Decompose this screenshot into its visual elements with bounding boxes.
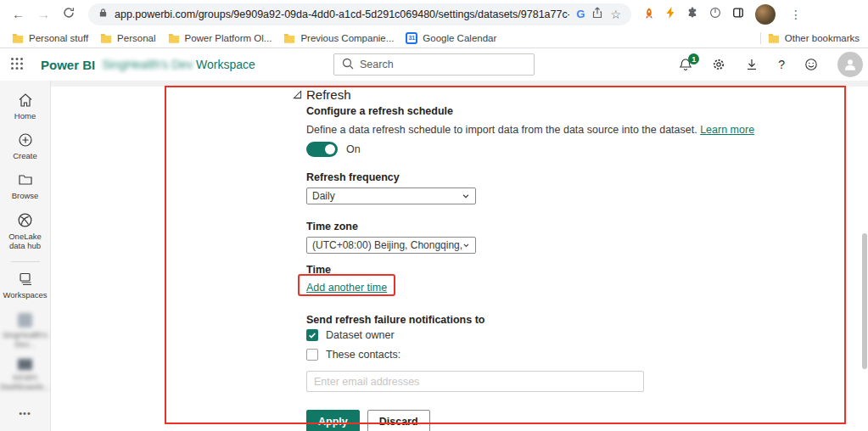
toggle-state-label: On: [346, 143, 361, 155]
left-nav: Home Create Browse OneLake data hub Work…: [0, 81, 51, 431]
folder-icon: [768, 32, 780, 43]
bookmark-personal-stuff[interactable]: Personal stuff: [12, 32, 88, 43]
vertical-scrollbar[interactable]: [862, 233, 867, 369]
reload-icon[interactable]: [63, 7, 75, 21]
workspace-name: SingHealth's Dev Workspace: [102, 58, 255, 71]
plus-circle-icon: [17, 132, 34, 148]
bookmarks-divider: [760, 32, 761, 44]
notification-badge: 1: [688, 53, 699, 64]
discard-button[interactable]: Discard: [367, 410, 430, 431]
address-bar[interactable]: app.powerbi.com/groups/9e909a92-09da-4dd…: [88, 3, 631, 25]
bookmark-power-platform[interactable]: Power Platform Ol...: [168, 32, 272, 43]
chevron-down-icon: [462, 241, 470, 249]
account-avatar[interactable]: [837, 52, 863, 77]
browser-profile-avatar[interactable]: [755, 4, 776, 25]
workspace-logo: [18, 359, 32, 370]
folder-icon: [12, 32, 24, 43]
refresh-description: Define a data refresh schedule to import…: [306, 124, 754, 136]
learn-more-link[interactable]: Learn more: [700, 124, 754, 136]
search-icon: [342, 58, 354, 72]
refresh-toggle[interactable]: [306, 142, 338, 157]
settings-gear-icon[interactable]: [712, 58, 725, 71]
folder-icon: [283, 32, 295, 43]
timezone-label: Time zone: [306, 221, 358, 232]
help-icon[interactable]: ?: [778, 58, 785, 71]
browser-toolbar: ← → app.powerbi.com/groups/9e909a92-09da…: [0, 0, 868, 28]
bookmark-previous-companies[interactable]: Previous Companie...: [283, 32, 394, 43]
url-text[interactable]: app.powerbi.com/groups/9e909a92-09da-4dd…: [115, 8, 569, 20]
powerbi-header: Power BI SingHealth's Dev Workspace 1 ?: [0, 48, 868, 81]
refresh-section-header[interactable]: Refresh: [293, 87, 351, 102]
search-input[interactable]: [360, 59, 526, 70]
bookmark-star-icon[interactable]: ☆: [610, 8, 621, 21]
nav-pinned-workspace-2[interactable]: KKWH Dashboards...: [1, 359, 50, 391]
notifications-label: Send refresh failure notifications to: [306, 314, 484, 326]
these-contacts-checkbox[interactable]: [306, 349, 318, 361]
sidepanel-icon[interactable]: [732, 7, 744, 21]
person-icon: [843, 57, 858, 72]
email-addresses-input[interactable]: [306, 371, 644, 392]
dataset-owner-checkbox[interactable]: [306, 329, 318, 341]
folder-icon: [17, 171, 34, 188]
google-icon[interactable]: G: [576, 8, 585, 20]
lock-icon: [98, 8, 108, 20]
puzzle-extensions-icon[interactable]: [686, 7, 698, 21]
bookmark-personal[interactable]: Personal: [100, 32, 155, 43]
frequency-select[interactable]: Daily: [306, 188, 476, 204]
nav-create[interactable]: Create: [1, 132, 50, 160]
collapse-triangle-icon: [293, 90, 302, 99]
timezone-select[interactable]: (UTC+08:00) Beijing, Chongqing, Hor: [306, 237, 476, 254]
frequency-label: Refresh frequency: [306, 171, 400, 183]
toggle-knob: [325, 144, 335, 154]
google-calendar-icon: 31: [406, 32, 417, 44]
home-icon: [17, 92, 34, 109]
other-bookmarks[interactable]: Other bookmarks: [768, 32, 860, 43]
download-icon[interactable]: [745, 58, 759, 71]
bookmarks-bar: Personal stuff Personal Power Platform O…: [0, 28, 868, 48]
workspace-name-redacted: SingHealth's Dev: [102, 58, 193, 71]
nav-more-icon[interactable]: •••: [19, 408, 31, 418]
nav-pinned-workspace-1[interactable]: SingHealth's Dev...: [1, 313, 50, 349]
these-contacts-checkbox-row[interactable]: These contacts:: [306, 349, 400, 361]
settings-pane: Refresh Configure a refresh schedule Def…: [51, 81, 868, 431]
nav-home[interactable]: Home: [1, 92, 50, 120]
rocket-extension-icon[interactable]: [643, 7, 655, 22]
bookmark-google-calendar[interactable]: 31 Google Calendar: [406, 32, 496, 44]
content-top-strip: [51, 81, 868, 87]
workspaces-icon: [17, 271, 34, 288]
time-label: Time: [306, 264, 331, 276]
global-search[interactable]: [333, 53, 535, 76]
notifications-bell-icon[interactable]: 1: [679, 58, 692, 71]
configure-heading: Configure a refresh schedule: [306, 105, 453, 117]
share-icon[interactable]: [591, 7, 603, 21]
lighthouse-extension-icon[interactable]: [709, 7, 721, 21]
dataset-owner-checkbox-row[interactable]: Dataset owner: [306, 329, 395, 341]
chevron-down-icon: [462, 192, 470, 200]
back-icon[interactable]: ←: [12, 7, 25, 21]
refresh-toggle-row: On: [306, 142, 361, 157]
nav-divider: [11, 261, 40, 262]
action-buttons: Apply Discard: [306, 410, 430, 431]
workspace-logo: [18, 313, 32, 327]
feedback-smiley-icon[interactable]: [804, 58, 818, 71]
browser-menu-icon[interactable]: ⋮: [790, 8, 802, 21]
folder-icon: [100, 32, 112, 43]
add-another-time-link[interactable]: Add another time: [306, 282, 387, 294]
nav-workspaces[interactable]: Workspaces: [1, 271, 50, 299]
powerbi-logo[interactable]: Power BI: [41, 58, 95, 72]
nav-browse[interactable]: Browse: [1, 171, 50, 200]
screen: ← → app.powerbi.com/groups/9e909a92-09da…: [0, 0, 868, 431]
check-icon: [308, 331, 316, 339]
forward-icon[interactable]: →: [37, 7, 50, 21]
lightning-extension-icon[interactable]: [666, 7, 675, 21]
app-launcher-icon[interactable]: [10, 57, 24, 73]
extensions-row: ⋮: [643, 4, 802, 25]
apply-button[interactable]: Apply: [306, 410, 360, 431]
nav-onelake-data-hub[interactable]: OneLake data hub: [1, 211, 50, 250]
onelake-icon: [16, 211, 34, 229]
folder-icon: [168, 32, 180, 43]
